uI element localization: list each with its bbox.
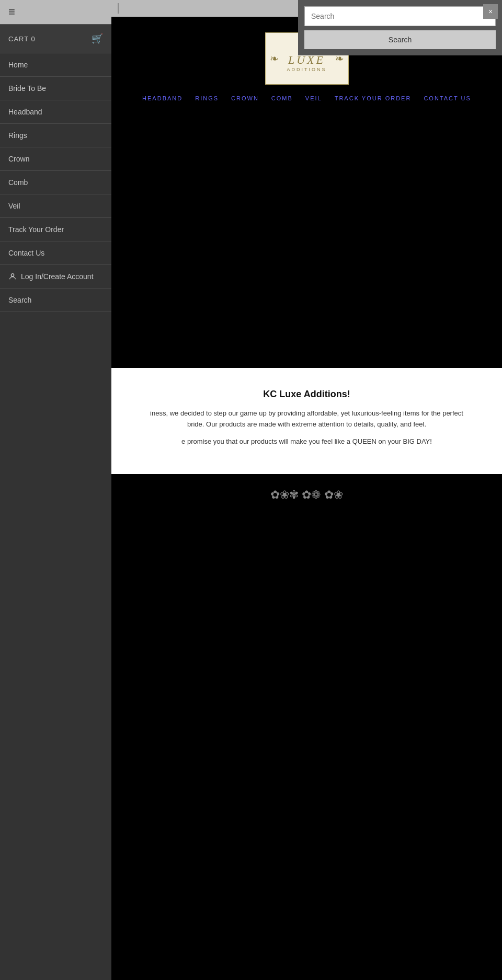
nav-item-contact-us[interactable]: CONTACT US <box>424 95 471 101</box>
sidebar-item-contact-us[interactable]: Contact Us <box>0 241 111 265</box>
nav-item-track-your-order[interactable]: TRACK YOUR ORDER <box>335 95 412 101</box>
user-icon <box>8 272 17 281</box>
about-text-1: iness, we decided to step our game up by… <box>143 408 471 430</box>
logo-leaf-left-icon: ❧ <box>270 52 279 65</box>
sidebar-item-headband[interactable]: Headband <box>0 100 111 124</box>
about-section: KC Luxe Additions! iness, we decided to … <box>111 368 502 474</box>
decorative-divider: ✿❀✾ ✿❁ ✿❀ <box>111 474 502 516</box>
search-input[interactable] <box>304 6 496 26</box>
nav-item-rings[interactable]: RINGS <box>195 95 219 101</box>
sidebar-item-comb[interactable]: Comb <box>0 171 111 194</box>
cart-icon: 🛒 <box>92 33 103 44</box>
nav-item-headband[interactable]: HEADBAND <box>142 95 182 101</box>
nav-item-comb[interactable]: COMB <box>271 95 293 101</box>
close-icon: × <box>488 7 493 16</box>
login-button[interactable]: Log In/Create Account <box>0 265 111 289</box>
main-content: × Search ❧ KC LUXE ADDITIONS ❧ HEADBAND … <box>111 0 502 980</box>
sidebar: ≡ CART 0 🛒 Home Bride To Be Headband Rin… <box>0 0 111 980</box>
search-submit-button[interactable]: Search <box>304 30 496 49</box>
nav-item-crown[interactable]: CROWN <box>231 95 259 101</box>
search-overlay: × Search <box>298 0 502 55</box>
search-close-button[interactable]: × <box>483 4 498 19</box>
sidebar-toggle-button[interactable]: ≡ <box>0 0 111 25</box>
sidebar-item-veil[interactable]: Veil <box>0 194 111 218</box>
hamburger-icon: ≡ <box>8 6 15 18</box>
top-bar-line <box>118 3 119 14</box>
top-bar: × Search <box>111 0 502 17</box>
hero-area <box>111 107 502 368</box>
nav-item-veil[interactable]: VEIL <box>305 95 322 101</box>
about-text-2: e promise you that our products will mak… <box>143 436 471 447</box>
cart-button[interactable]: CART 0 🛒 <box>0 25 111 53</box>
products-area <box>111 516 502 934</box>
sidebar-item-track-your-order[interactable]: Track Your Order <box>0 218 111 241</box>
sidebar-search-button[interactable]: Search <box>0 289 111 312</box>
sidebar-item-bride-to-be[interactable]: Bride To Be <box>0 77 111 100</box>
nav-bar: HEADBAND RINGS CROWN COMB VEIL TRACK YOU… <box>111 90 502 107</box>
sidebar-item-home[interactable]: Home <box>0 53 111 77</box>
svg-point-0 <box>11 274 14 276</box>
cart-label: CART 0 <box>8 35 36 43</box>
about-title: KC Luxe Additions! <box>143 389 471 400</box>
deco-symbol: ✿❀✾ ✿❁ ✿❀ <box>270 488 343 502</box>
sidebar-item-crown[interactable]: Crown <box>0 147 111 171</box>
sidebar-item-rings[interactable]: Rings <box>0 124 111 147</box>
